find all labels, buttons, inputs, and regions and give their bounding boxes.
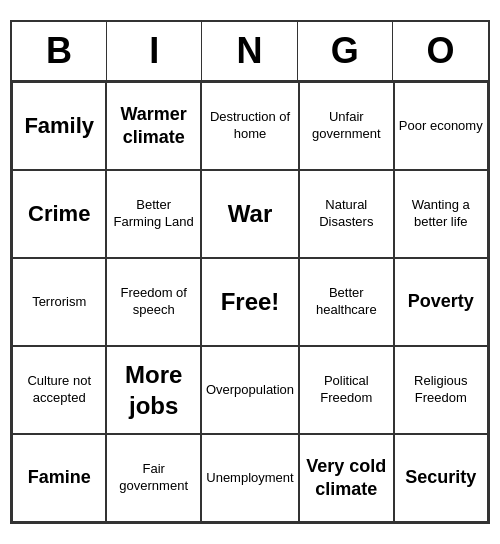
bingo-cell-9: Wanting a better life xyxy=(394,170,488,258)
bingo-cell-18: Political Freedom xyxy=(299,346,393,434)
bingo-cell-4: Poor economy xyxy=(394,82,488,170)
bingo-cell-7: War xyxy=(201,170,299,258)
bingo-cell-23: Very cold climate xyxy=(299,434,393,522)
bingo-cell-1: Warmer climate xyxy=(106,82,200,170)
bingo-grid: FamilyWarmer climateDestruction of homeU… xyxy=(12,82,488,522)
bingo-cell-24: Security xyxy=(394,434,488,522)
bingo-cell-2: Destruction of home xyxy=(201,82,299,170)
bingo-cell-0: Family xyxy=(12,82,106,170)
header-letter-g: G xyxy=(298,22,393,80)
bingo-cell-19: Religious Freedom xyxy=(394,346,488,434)
header-letter-n: N xyxy=(202,22,297,80)
bingo-cell-3: Unfair government xyxy=(299,82,393,170)
bingo-cell-20: Famine xyxy=(12,434,106,522)
bingo-cell-12: Free! xyxy=(201,258,299,346)
header-letter-o: O xyxy=(393,22,488,80)
header-letter-i: I xyxy=(107,22,202,80)
bingo-cell-6: Better Farming Land xyxy=(106,170,200,258)
bingo-cell-21: Fair government xyxy=(106,434,200,522)
bingo-cell-11: Freedom of speech xyxy=(106,258,200,346)
bingo-card: BINGO FamilyWarmer climateDestruction of… xyxy=(10,20,490,524)
bingo-cell-14: Poverty xyxy=(394,258,488,346)
bingo-cell-15: Culture not accepted xyxy=(12,346,106,434)
bingo-cell-22: Unemployment xyxy=(201,434,299,522)
bingo-cell-16: More jobs xyxy=(106,346,200,434)
bingo-cell-10: Terrorism xyxy=(12,258,106,346)
bingo-header: BINGO xyxy=(12,22,488,82)
bingo-cell-17: Overpopulation xyxy=(201,346,299,434)
bingo-cell-13: Better healthcare xyxy=(299,258,393,346)
header-letter-b: B xyxy=(12,22,107,80)
bingo-cell-5: Crime xyxy=(12,170,106,258)
bingo-cell-8: Natural Disasters xyxy=(299,170,393,258)
